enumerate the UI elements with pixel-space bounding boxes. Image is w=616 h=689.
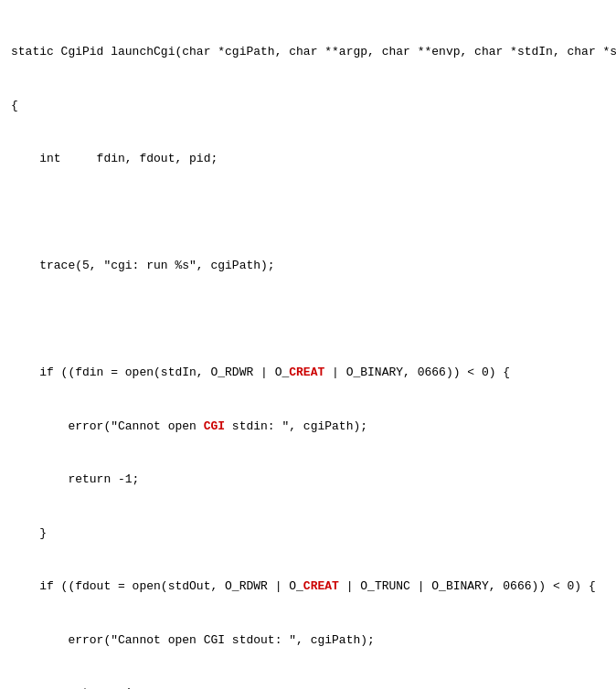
line-2: { [11, 97, 605, 115]
line-5: trace(5, "cgi: run %s", cgiPath); [11, 257, 605, 275]
line-12: error("Cannot open CGI stdout: ", cgiPat… [11, 631, 605, 650]
line-4 [11, 204, 605, 222]
code-container: static CgiPid launchCgi(char *cgiPath, c… [0, 0, 616, 689]
line-11: if ((fdout = open(stdOut, O_RDWR | O_CRE… [11, 578, 605, 596]
line-6 [11, 311, 605, 329]
line-7: if ((fdin = open(stdIn, O_RDWR | O_CREAT… [11, 364, 605, 382]
line-8: error("Cannot open CGI stdin: ", cgiPath… [11, 418, 605, 436]
line-3: int fdin, fdout, pid; [11, 150, 605, 168]
line-9: return -1; [11, 471, 605, 489]
code-block: static CgiPid launchCgi(char *cgiPath, c… [11, 7, 605, 689]
line-10: } [11, 525, 605, 543]
line-13: return -1; [11, 684, 605, 689]
line-1: static CgiPid launchCgi(char *cgiPath, c… [11, 43, 605, 61]
